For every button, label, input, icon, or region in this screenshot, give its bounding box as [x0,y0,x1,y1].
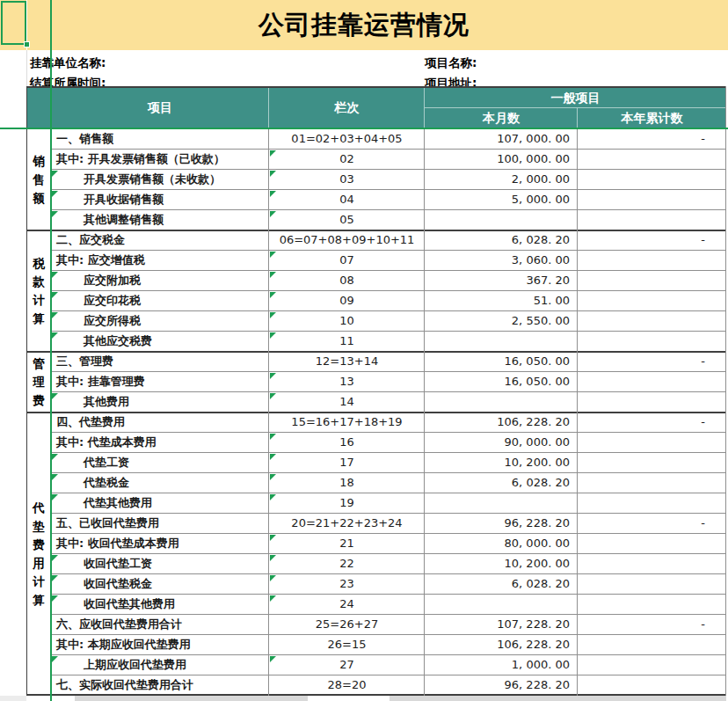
col-code-cell[interactable]: 16 [269,433,425,452]
item-cell[interactable]: 开具发票销售额（未收款） [51,170,269,189]
month-value-cell[interactable]: 51. 00 [425,291,578,310]
header-month[interactable]: 本月数 [425,108,578,128]
month-value-cell[interactable]: 80, 000. 00 [425,534,578,553]
month-value-cell[interactable]: 2, 550. 00 [425,311,578,331]
cumulative-value-cell[interactable]: - [578,413,726,432]
cumulative-value-cell[interactable] [578,473,726,493]
cumulative-value-cell[interactable] [578,574,726,594]
col-code-cell[interactable]: 27 [269,655,425,675]
month-value-cell[interactable]: 6, 028. 20 [425,230,578,250]
cumulative-value-cell[interactable] [578,311,726,331]
col-code-cell[interactable]: 13 [269,372,425,391]
item-cell[interactable]: 其他调整销售额 [51,210,269,230]
month-value-cell[interactable]: 10, 200. 00 [425,453,578,472]
col-code-cell[interactable]: 18 [269,473,425,493]
month-value-cell[interactable] [425,493,578,513]
cumulative-value-cell[interactable] [578,595,726,614]
cumulative-value-cell[interactable] [578,291,726,310]
col-code-cell[interactable]: 03 [269,170,425,189]
category-cell[interactable]: 管理费 [26,352,51,413]
col-code-cell[interactable]: 05 [269,210,425,230]
month-value-cell[interactable]: 5, 000. 00 [425,190,578,209]
month-value-cell[interactable]: 10, 200. 00 [425,554,578,573]
header-item[interactable]: 项目 [51,88,269,128]
col-code-cell[interactable]: 07 [269,251,425,270]
item-cell[interactable]: 其中: 开具发票销售额（已收款） [51,150,269,169]
item-cell[interactable]: 代垫工资 [51,453,269,472]
month-value-cell[interactable]: 100, 000. 00 [425,150,578,169]
cumulative-value-cell[interactable] [578,554,726,573]
item-cell[interactable]: 六、应收回代垫费用合计 [51,615,269,634]
unit-name-label[interactable]: 挂靠单位名称: [30,55,106,70]
item-cell[interactable]: 其中: 收回代垫成本费用 [51,534,269,553]
cumulative-value-cell[interactable] [578,493,726,513]
col-code-cell[interactable]: 08 [269,271,425,290]
cumulative-value-cell[interactable] [578,332,726,351]
selection-fill-handle[interactable] [24,41,30,47]
cumulative-value-cell[interactable] [578,251,726,270]
cumulative-value-cell[interactable]: - [578,352,726,371]
col-code-cell[interactable]: 14 [269,392,425,412]
item-cell[interactable]: 五、已收回代垫费用 [51,514,269,533]
month-value-cell[interactable]: 96, 228. 20 [425,675,578,695]
col-code-cell[interactable]: 04 [269,190,425,209]
cumulative-value-cell[interactable] [578,150,726,169]
item-cell[interactable]: 应交附加税 [51,271,269,290]
cumulative-value-cell[interactable] [578,433,726,452]
month-value-cell[interactable]: 1, 000. 00 [425,655,578,675]
col-code-cell[interactable]: 10 [269,311,425,331]
item-cell[interactable]: 应交印花税 [51,291,269,310]
category-cell[interactable]: 销售额 [26,129,51,230]
month-value-cell[interactable]: 90, 000. 00 [425,433,578,452]
cumulative-value-cell[interactable] [578,675,726,695]
cumulative-value-cell[interactable]: - [578,615,726,634]
item-cell[interactable]: 七、实际收回代垫费用合计 [51,675,269,695]
title-banner-cell[interactable]: 公司挂靠运营情况 [0,0,728,50]
col-code-cell[interactable]: 09 [269,291,425,310]
col-code-cell[interactable]: 02 [269,150,425,169]
cumulative-value-cell[interactable] [578,372,726,391]
item-cell[interactable]: 其中: 本期应收回代垫费用 [51,635,269,654]
header-group[interactable]: 一般项目 [425,88,726,108]
cumulative-value-cell[interactable] [578,392,726,412]
item-cell[interactable]: 其中: 应交增值税 [51,251,269,270]
col-code-cell[interactable]: 24 [269,595,425,614]
cumulative-value-cell[interactable]: - [578,129,726,149]
month-value-cell[interactable]: 106, 228. 20 [425,413,578,432]
month-value-cell[interactable]: 107, 228. 20 [425,615,578,634]
col-code-cell[interactable]: 12=13+14 [269,352,425,371]
col-code-cell[interactable]: 19 [269,493,425,513]
month-value-cell[interactable]: 367. 20 [425,271,578,290]
item-cell[interactable]: 代垫税金 [51,473,269,493]
month-value-cell[interactable] [425,595,578,614]
project-name-label[interactable]: 项目名称: [425,55,477,70]
item-cell[interactable]: 四、代垫费用 [51,413,269,432]
header-col[interactable]: 栏次 [269,88,425,128]
item-cell[interactable]: 其他费用 [51,392,269,412]
month-value-cell[interactable]: 2, 000. 00 [425,170,578,189]
item-cell[interactable]: 其中: 挂靠管理费 [51,372,269,391]
item-cell[interactable]: 上期应收回代垫费用 [51,655,269,675]
cumulative-value-cell[interactable] [578,170,726,189]
col-code-cell[interactable]: 26=15 [269,635,425,654]
col-code-cell[interactable]: 01=02+03+04+05 [269,129,425,149]
item-cell[interactable]: 收回代垫工资 [51,554,269,573]
item-cell[interactable]: 收回代垫其他费用 [51,595,269,614]
month-value-cell[interactable]: 16, 050. 00 [425,372,578,391]
month-value-cell[interactable] [425,332,578,351]
cumulative-value-cell[interactable] [578,655,726,675]
col-code-cell[interactable]: 20=21+22+23+24 [269,514,425,533]
month-value-cell[interactable]: 96, 228. 20 [425,514,578,533]
item-cell[interactable]: 应交所得税 [51,311,269,331]
header-cumulative[interactable]: 本年累计数 [578,108,726,128]
item-cell[interactable]: 其他应交税费 [51,332,269,351]
col-code-cell[interactable]: 25=26+27 [269,615,425,634]
category-cell[interactable]: 代垫费用计算 [26,413,51,696]
col-code-cell[interactable]: 22 [269,554,425,573]
col-code-cell[interactable]: 15=16+17+18+19 [269,413,425,432]
cumulative-value-cell[interactable] [578,210,726,230]
month-value-cell[interactable]: 106, 228. 20 [425,635,578,654]
col-code-cell[interactable]: 06=07+08+09+10+11 [269,230,425,250]
item-cell[interactable]: 收回代垫税金 [51,574,269,594]
cumulative-value-cell[interactable] [578,271,726,290]
